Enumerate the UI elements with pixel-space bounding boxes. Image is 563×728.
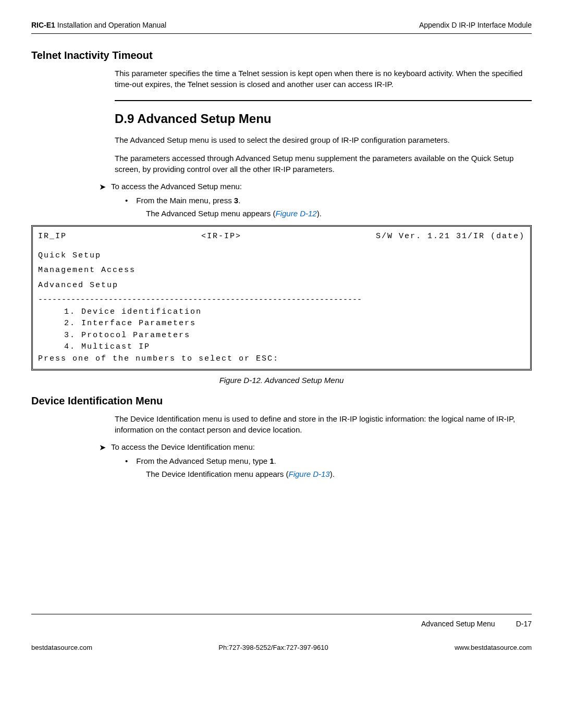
footer-top: Advanced Setup Menu D-17 (31, 614, 532, 628)
footer-page-number: D-17 (516, 620, 532, 628)
terminal-line3: Advanced Setup (38, 280, 525, 292)
result-post: ). (330, 470, 335, 478)
arrow-icon: ➤ (99, 442, 106, 452)
terminal-prompt: Press one of the numbers to select or ES… (38, 353, 525, 365)
bullet-pre: From the Advanced Setup menu, type (136, 456, 270, 465)
bullet-icon: • (125, 196, 128, 205)
bullet-bold: 3 (234, 196, 238, 205)
advanced-setup-access-step: ➤ To access the Advanced Setup menu: (99, 182, 532, 192)
device-id-result: The Device Identification menu appears (… (146, 470, 532, 478)
section-divider (115, 100, 532, 101)
header-title: Installation and Operation Manual (55, 21, 166, 29)
bullet-post: . (238, 196, 240, 205)
figure-link-d12[interactable]: Figure D-12 (276, 209, 317, 218)
telnet-timeout-heading: Telnet Inactivity Timeout (31, 50, 532, 61)
terminal-header: IR_IP <IR-IP> S/W Ver. 1.21 31/IR (date) (38, 231, 525, 243)
terminal-screen: IR_IP <IR-IP> S/W Ver. 1.21 31/IR (date)… (31, 225, 532, 371)
bullet-pre: From the Main menu, press (136, 196, 234, 205)
bullet-text: From the Main menu, press 3. (136, 196, 240, 205)
terminal-opt1: 1. Device identification (64, 306, 525, 318)
terminal-opt4: 4. Multicast IP (64, 341, 525, 353)
result-post: ). (317, 209, 322, 218)
arrow-text: To access the Device Identification menu… (111, 442, 255, 451)
terminal-divider: ----------------------------------------… (38, 294, 525, 306)
footer-bottom: bestdatasource.com Ph:727-398-5252/Fax:7… (31, 644, 532, 651)
header-product: RIC-E1 (31, 21, 55, 29)
terminal-opt3: 3. Protocol Parameters (64, 330, 525, 342)
advanced-setup-bullet: • From the Main menu, press 3. (125, 196, 532, 205)
bullet-icon: • (125, 456, 128, 465)
footer-center: Ph:727-398-5252/Fax:727-397-9610 (218, 644, 328, 651)
device-id-paragraph: The Device Identification menu is used t… (115, 413, 532, 435)
device-id-bullet: • From the Advanced Setup menu, type 1. (125, 456, 532, 465)
bullet-text: From the Advanced Setup menu, type 1. (136, 456, 276, 465)
advanced-setup-result: The Advanced Setup menu appears (Figure … (146, 209, 532, 218)
footer-section-label: Advanced Setup Menu (421, 620, 495, 628)
footer-right: www.bestdatasource.com (455, 644, 532, 651)
bullet-bold: 1 (270, 456, 274, 465)
advanced-setup-para2: The parameters accessed through Advanced… (115, 153, 532, 175)
result-pre: The Device Identification menu appears ( (146, 470, 288, 478)
terminal-opt2: 2. Interface Parameters (64, 318, 525, 330)
footer-left: bestdatasource.com (31, 644, 92, 651)
advanced-setup-heading: D.9 Advanced Setup Menu (115, 112, 532, 126)
header-right: Appendix D IR-IP Interface Module (419, 21, 532, 29)
device-id-access-step: ➤ To access the Device Identification me… (99, 442, 532, 452)
terminal-top-center: <IR-IP> (201, 231, 241, 243)
arrow-text: To access the Advanced Setup menu: (111, 182, 242, 191)
bullet-post: . (274, 456, 276, 465)
terminal-line1: Quick Setup (38, 250, 525, 262)
terminal-line2: Management Access (38, 265, 525, 277)
device-id-heading: Device Identification Menu (31, 395, 532, 407)
advanced-setup-para1: The Advanced Setup menu is used to selec… (115, 134, 532, 145)
page-header: RIC-E1 Installation and Operation Manual… (31, 21, 532, 34)
figure-link-d13[interactable]: Figure D-13 (288, 470, 329, 478)
header-left: RIC-E1 Installation and Operation Manual (31, 21, 166, 29)
terminal-top-right: S/W Ver. 1.21 31/IR (date) (376, 231, 525, 243)
figure-caption-d12: Figure D-12. Advanced Setup Menu (31, 376, 532, 385)
arrow-icon: ➤ (99, 182, 106, 192)
terminal-top-left: IR_IP (38, 231, 67, 243)
telnet-timeout-paragraph: This parameter specifies the time a Teln… (115, 68, 532, 90)
result-pre: The Advanced Setup menu appears ( (146, 209, 276, 218)
